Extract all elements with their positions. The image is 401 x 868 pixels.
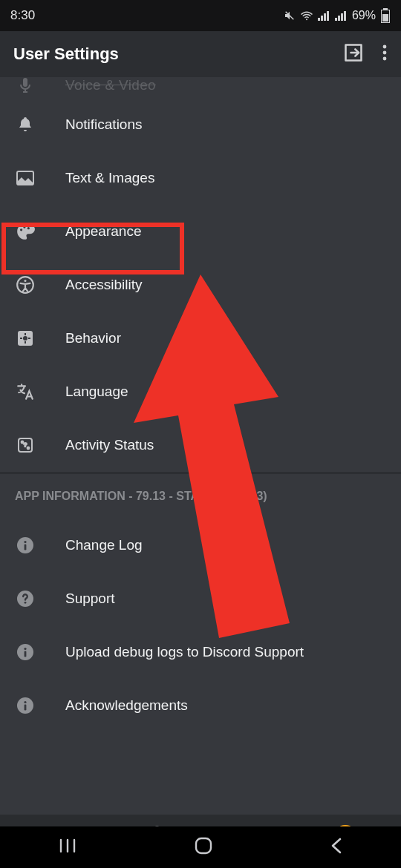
row-label: Voice & Video	[65, 77, 156, 93]
settings-item-voice[interactable]: Voice & Video	[0, 77, 401, 98]
row-label: Behavior	[65, 330, 121, 346]
svg-rect-49	[196, 838, 211, 853]
svg-point-17	[24, 280, 26, 282]
wifi-icon	[300, 10, 313, 21]
svg-point-8	[383, 57, 387, 61]
row-label: Change Log	[65, 537, 143, 553]
row-label: Activity Status	[65, 437, 154, 453]
signal-icon-1	[318, 11, 329, 21]
svg-rect-9	[23, 78, 27, 87]
row-label: Text & Images	[65, 170, 154, 186]
svg-rect-35	[25, 651, 27, 657]
row-label: Accessibility	[65, 277, 142, 293]
settings-item-changelog[interactable]: Change Log	[0, 519, 401, 572]
svg-point-19	[23, 336, 27, 341]
row-label: Upload debug logs to Discord Support	[65, 644, 304, 660]
gear-box-icon	[15, 328, 36, 349]
translate-icon	[15, 381, 36, 402]
svg-rect-4	[382, 14, 388, 22]
status-time: 8:30	[10, 8, 35, 23]
svg-rect-38	[25, 705, 27, 711]
bell-icon	[15, 114, 36, 135]
settings-item-notifications[interactable]: Notifications	[0, 98, 401, 151]
svg-point-26	[27, 447, 30, 450]
mute-icon	[284, 10, 296, 22]
battery-percent: 69%	[352, 9, 376, 22]
status-right: 69%	[284, 8, 391, 23]
info-icon	[15, 695, 36, 716]
microphone-icon	[15, 77, 36, 96]
settings-item-activity-status[interactable]: ? Activity Status	[0, 418, 401, 472]
row-label: Support	[65, 591, 115, 607]
battery-icon	[380, 8, 391, 23]
more-icon[interactable]	[382, 44, 388, 65]
settings-item-behavior[interactable]: Behavior	[0, 312, 401, 365]
svg-point-37	[24, 701, 26, 703]
svg-point-29	[24, 541, 26, 543]
svg-point-7	[383, 51, 387, 55]
svg-point-32	[25, 602, 27, 604]
help-icon	[15, 588, 36, 609]
info-icon	[15, 642, 36, 662]
page-title: User Settings	[13, 45, 119, 64]
settings-item-language[interactable]: Language	[0, 365, 401, 418]
row-label: Acknowledgements	[65, 697, 188, 714]
nav-back[interactable]	[330, 836, 343, 858]
svg-point-34	[24, 648, 26, 650]
system-nav-bar	[0, 826, 401, 868]
status-bar: 8:30 69%	[0, 0, 401, 31]
svg-point-1	[306, 19, 307, 20]
svg-rect-2	[383, 8, 388, 10]
nav-recents[interactable]	[58, 838, 77, 856]
svg-rect-30	[25, 545, 27, 550]
info-icon	[15, 535, 36, 556]
signal-icon-2	[335, 11, 346, 21]
exit-icon[interactable]	[343, 42, 364, 66]
settings-list: Voice & Video Notifications Text & Image…	[0, 77, 401, 815]
nav-home[interactable]	[194, 836, 213, 858]
accessibility-icon	[15, 274, 36, 295]
settings-item-support[interactable]: Support	[0, 572, 401, 625]
row-label: Language	[65, 384, 128, 400]
image-icon	[15, 168, 36, 188]
row-label: Notifications	[65, 116, 143, 133]
settings-item-acknowledgements[interactable]: Acknowledgements	[0, 679, 401, 732]
svg-text:?: ?	[24, 441, 27, 448]
app-header: User Settings	[0, 31, 401, 77]
settings-item-upload-logs[interactable]: Upload debug logs to Discord Support	[0, 625, 401, 679]
section-header-app-info: APP INFORMATION - 79.13 - STABLE (79013)	[0, 472, 401, 519]
svg-point-6	[383, 45, 387, 49]
dice-icon: ?	[15, 435, 36, 456]
settings-item-text-images[interactable]: Text & Images	[0, 151, 401, 205]
annotation-highlight	[1, 223, 184, 274]
